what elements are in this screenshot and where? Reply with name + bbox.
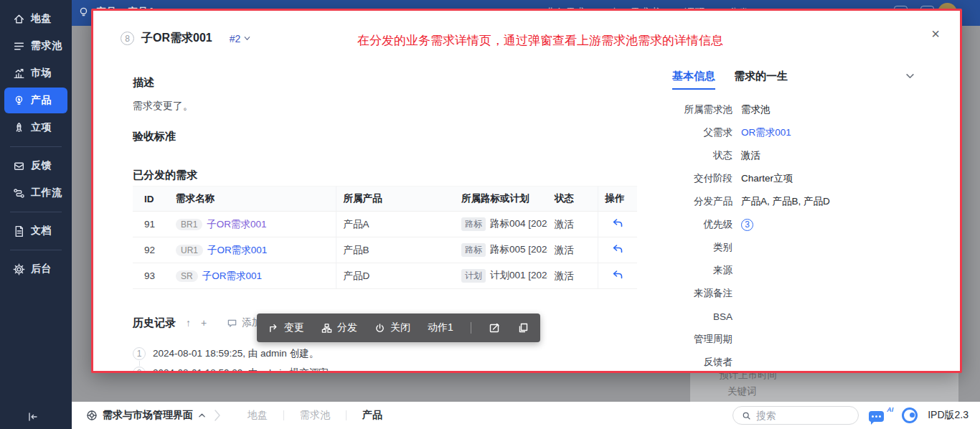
bulb-icon — [13, 95, 25, 107]
history-title: 历史记录 — [133, 316, 176, 330]
sidebar-item-docs[interactable]: 文档 — [4, 218, 67, 244]
sidebar-item-label: 市场 — [31, 67, 52, 80]
sort-up-icon[interactable]: ↑ — [186, 318, 191, 328]
history-entry: 2 2024-08-01 18:59:29, 由 admin 提交评审 — [133, 366, 644, 373]
description-text: 需求变更了。 — [133, 98, 644, 113]
breadcrumb-item-pool[interactable]: 需求池 — [284, 409, 346, 422]
field-row: 分发产品 产品A, 产品B, 产品D — [672, 190, 959, 213]
action1-button[interactable]: 动作1 — [428, 321, 453, 334]
roadmap-tag: 路标 — [461, 217, 486, 231]
distribute-button[interactable]: 分发 — [321, 321, 357, 334]
type-badge: SR — [176, 270, 198, 282]
revoke-icon[interactable] — [612, 269, 623, 280]
search-box[interactable] — [732, 406, 859, 425]
col-header-status: 状态 — [547, 187, 598, 212]
product-bulb-icon — [77, 6, 90, 19]
edit-button[interactable] — [489, 322, 500, 334]
field-label: 优先级 — [672, 218, 732, 231]
change-icon — [268, 323, 279, 334]
sidebar-item-feedback[interactable]: 反馈 — [4, 153, 67, 179]
field-row: 父需求 OR需求001 — [672, 121, 959, 144]
copy-icon — [517, 322, 529, 334]
toolbar-divider — [471, 322, 471, 334]
sidebar-item-admin[interactable]: 后台 — [4, 256, 67, 282]
sidebar-item-pool[interactable]: 需求池 — [4, 33, 67, 59]
field-label: 所属需求池 — [672, 103, 732, 116]
roadmap-tag: 路标 — [461, 243, 486, 257]
sidebar-item-label: 立项 — [31, 121, 52, 134]
cell-product: 产品A — [336, 212, 454, 237]
requirement-link[interactable]: 子OR需求001 — [202, 270, 262, 281]
sidebar-item-label: 需求池 — [31, 39, 62, 52]
field-label: 状态 — [672, 149, 732, 162]
collapse-sidebar-icon[interactable] — [27, 411, 39, 423]
revoke-icon[interactable] — [612, 243, 623, 255]
add-icon[interactable]: + — [201, 318, 207, 328]
list-icon — [13, 40, 25, 52]
timeline-connector — [139, 361, 140, 366]
sidebar-item-market[interactable]: 市场 — [4, 60, 67, 86]
field-label: 来源 — [672, 264, 732, 277]
sidebar-item-project[interactable]: 立项 — [4, 115, 67, 141]
info-panel: 基本信息 需求的一生 所属需求池 需求池 父需求 OR需求001 状态 激活 交… — [672, 70, 959, 373]
search-input[interactable] — [756, 410, 835, 421]
sidebar-item-label: 后台 — [31, 263, 52, 275]
field-value: 激活 — [741, 149, 760, 162]
close-icon[interactable]: × — [931, 27, 940, 41]
field-row: 所属需求池 需求池 — [672, 98, 959, 121]
floating-action-toolbar: 变更 分发 关闭 动作1 — [257, 314, 540, 342]
ai-assistant-icon[interactable]: AI — [869, 407, 892, 423]
chart-icon — [13, 67, 25, 80]
workspace-icon — [86, 410, 98, 421]
field-row: BSA — [672, 305, 959, 328]
version-dropdown[interactable]: #2 — [230, 33, 252, 44]
roadmap-value: 计划001 [2024- — [490, 270, 547, 280]
cell-id: 93 — [133, 263, 169, 289]
close-requirement-button[interactable]: 关闭 — [374, 321, 410, 334]
sidebar: 地盘 需求池 市场 产品 立项 反馈 工作流 文档 后台 — [0, 0, 72, 429]
tab-requirement-life[interactable]: 需求的一生 — [734, 70, 788, 88]
sidebar-item-home[interactable]: 地盘 — [4, 6, 67, 32]
version-label: IPD版2.3 — [928, 409, 969, 422]
document-icon — [13, 225, 25, 237]
change-button[interactable]: 变更 — [268, 321, 304, 334]
collapse-panel-icon[interactable] — [905, 71, 915, 80]
field-row: 类别 — [672, 236, 959, 259]
tab-basic-info[interactable]: 基本信息 — [672, 70, 715, 90]
col-header-product: 所属产品 — [336, 187, 454, 212]
copy-button[interactable] — [517, 322, 529, 334]
roadmap-value: 路标004 [2024- — [490, 218, 547, 229]
distribute-label: 分发 — [337, 321, 357, 334]
history-index: 1 — [133, 347, 146, 360]
field-row: 反馈者 — [672, 351, 959, 373]
cell-roadmap: 路标路标005 [2024- — [454, 237, 547, 263]
cell-product: 产品B — [336, 237, 454, 263]
requirement-link[interactable]: 子OR需求001 — [207, 219, 266, 230]
field-label: 管理周期 — [672, 333, 732, 346]
requirement-link[interactable]: 子OR需求001 — [207, 245, 267, 255]
workspace-switcher[interactable]: 需求与市场管理界面 — [86, 409, 206, 422]
parent-requirement-link[interactable]: OR需求001 — [741, 126, 791, 139]
history-text: 2024-08-01 18:59:25, 由 admin 创建。 — [153, 347, 319, 360]
col-header-name: 需求名称 — [169, 187, 336, 212]
history-text: 2024-08-01 18:59:29, 由 admin 提交评审 — [153, 367, 329, 373]
sidebar-item-product[interactable]: 产品 — [4, 88, 67, 113]
chevron-up-icon — [198, 412, 206, 420]
table-row: 92 UR1子OR需求001 产品B 路标路标005 [2024- 激活 — [133, 237, 637, 263]
breadcrumb-item-product[interactable]: 产品 — [347, 409, 398, 422]
field-row: 优先级 3 — [672, 213, 959, 236]
sidebar-item-workflow[interactable]: 工作流 — [4, 180, 67, 206]
cell-action — [598, 263, 637, 289]
breadcrumb-item-home[interactable]: 地盘 — [232, 409, 283, 422]
distribute-icon — [321, 323, 332, 334]
cell-roadmap: 路标路标004 [2024- — [454, 212, 547, 237]
priority-badge: 3 — [741, 219, 753, 231]
field-label: 反馈者 — [672, 356, 732, 369]
add-comment-button[interactable]: 添加 — [227, 316, 261, 329]
priority-value: 3 — [741, 219, 753, 231]
field-label: BSA — [672, 311, 732, 322]
search-icon — [742, 411, 751, 420]
revoke-icon[interactable] — [612, 217, 623, 229]
type-badge: BR1 — [176, 219, 202, 230]
cell-status: 激活 — [547, 212, 598, 237]
